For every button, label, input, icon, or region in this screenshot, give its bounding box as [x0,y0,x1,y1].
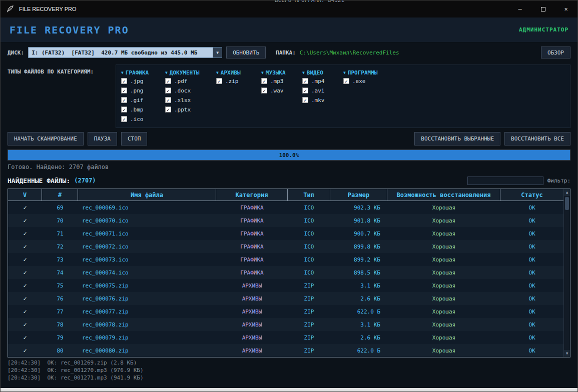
category-header[interactable]: ▼МУЗЫКА [261,68,302,78]
extension-checkbox-item[interactable]: ✓.mp3 [261,78,302,84]
filter-input[interactable] [467,176,543,185]
extension-checkbox-item[interactable]: ✓.avi [302,87,343,94]
category-column: ▼ДОКУМЕНТЫ✓.pdf✓.docx✓.xlsx✓.pptx [165,68,216,125]
checkbox-checked-icon[interactable]: ✓ [121,78,127,84]
row-checkbox[interactable]: ✓ [8,331,42,344]
row-checkbox[interactable]: ✓ [8,214,42,227]
row-checkbox[interactable]: ✓ [8,227,42,240]
row-checkbox[interactable]: ✓ [8,253,42,266]
checkbox-checked-icon[interactable]: ✓ [165,78,171,84]
category-header[interactable]: ▼ДОКУМЕНТЫ [165,68,216,78]
table-row[interactable]: ✓74rec_000074.icoГРАФИКАICO898.5 КБХорош… [8,266,563,279]
app-window: ВСЕГО ПРОГРАММ: 84321 FILE RECOVERY PRO … [0,0,578,392]
refresh-button[interactable]: ОБНОВИТЬ [226,46,266,58]
cell-filename: rec_000073.ico [78,253,216,266]
table-row[interactable]: ✓70rec_000070.icoГРАФИКАICO901.8 КБХорош… [8,214,563,227]
progress-fill: 100.0% [8,150,570,160]
extension-checkbox-item[interactable]: ✓.exe [343,78,398,84]
row-checkbox[interactable]: ✓ [8,344,42,357]
status-text: Готово. Найдено: 2707 файлов [8,164,570,170]
chevron-down-icon[interactable]: ▼ [213,48,222,58]
checkbox-checked-icon[interactable]: ✓ [121,116,127,122]
extension-checkbox-item[interactable]: ✓.pptx [165,106,216,113]
extension-checkbox-item[interactable]: ✓.bmp [121,106,165,113]
start-scan-button[interactable]: НАЧАТЬ СКАНИРОВАНИЕ [8,132,84,146]
minimize-button[interactable]: — [508,0,531,18]
checkbox-checked-icon[interactable]: ✓ [121,106,127,112]
scroll-down-icon[interactable]: ▼ [564,350,570,357]
column-header[interactable]: Имя файла [78,189,216,201]
extension-checkbox-item[interactable]: ✓.docx [165,87,216,94]
cell-category: АРХИВЫ [216,305,288,318]
table-row[interactable]: ✓80rec_000080.zipАРХИВЫZIP622.0 БХорошая… [8,344,563,357]
category-header[interactable]: ▼ПРОГРАММЫ [343,68,398,78]
checkbox-checked-icon[interactable]: ✓ [302,78,308,84]
extension-checkbox-item[interactable]: ✓.xlsx [165,96,216,104]
row-checkbox[interactable]: ✓ [8,266,42,279]
row-checkbox[interactable]: ✓ [8,279,42,292]
table-row[interactable]: ✓75rec_000075.zipАРХИВЫZIP3.1 КБХорошаяO… [8,279,563,292]
disk-combobox[interactable]: I: (FAT32) [FAT32] 420.7 МБ свободно из … [28,47,222,58]
checkbox-checked-icon[interactable]: ✓ [216,78,222,84]
close-button[interactable]: ✕ [554,0,577,18]
vertical-scrollbar[interactable]: ▲ ▼ [563,189,570,357]
checkbox-checked-icon[interactable]: ✓ [261,78,267,84]
scrollbar-thumb[interactable] [565,197,569,210]
table-row[interactable]: ✓76rec_000076.zipАРХИВЫZIP2.6 КБХорошаяO… [8,292,563,305]
table-row[interactable]: ✓77rec_000077.zipАРХИВЫZIP622.0 БХорошая… [8,305,563,318]
row-checkbox[interactable]: ✓ [8,305,42,318]
extension-label: .gif [130,97,144,104]
checkbox-checked-icon[interactable]: ✓ [121,97,127,103]
column-header[interactable]: Возможность восстановления [387,189,500,201]
table-row[interactable]: ✓79rec_000079.zipАРХИВЫZIP2.6 КБХорошаяO… [8,331,563,344]
extension-checkbox-item[interactable]: ✓.zip [216,78,261,84]
cell-size: 901.8 КБ [330,214,387,227]
browse-button[interactable]: ОБЗОР [541,46,570,58]
extension-checkbox-item[interactable]: ✓.jpg [121,78,165,84]
category-header[interactable]: ▼АРХИВЫ [216,68,261,78]
cell-filename: rec_000075.zip [78,279,216,292]
table-row[interactable]: ✓72rec_000072.icoГРАФИКАICO899.8 КБХорош… [8,240,563,253]
checkbox-checked-icon[interactable]: ✓ [302,88,308,94]
category-header[interactable]: ▼ГРАФИКА [121,68,165,78]
stop-button[interactable]: СТОП [121,132,148,146]
checkbox-checked-icon[interactable]: ✓ [343,78,349,84]
extension-checkbox-item[interactable]: ✓.wav [261,87,302,94]
column-header[interactable]: Размер [330,189,387,201]
pause-button[interactable]: ПАУЗА [88,132,117,146]
maximize-button[interactable] [531,0,554,18]
row-checkbox[interactable]: ✓ [8,201,42,214]
extension-checkbox-item[interactable]: ✓.mkv [302,96,343,104]
extension-checkbox-item[interactable]: ✓.pdf [165,78,216,84]
category-header[interactable]: ▼ВИДЕО [302,68,343,78]
extension-label: .pdf [174,78,188,84]
extension-checkbox-item[interactable]: ✓.png [121,87,165,94]
checkbox-checked-icon[interactable]: ✓ [302,97,308,103]
progress-percent: 100.0% [279,152,299,158]
table-row[interactable]: ✓71rec_000071.icoГРАФИКАICO900.7 КБХорош… [8,227,563,240]
cell-number: 71 [42,227,78,240]
checkbox-checked-icon[interactable]: ✓ [165,88,171,94]
recover-all-button[interactable]: ВОССТАНОВИТЬ ВСЕ [504,132,570,146]
column-header[interactable]: Статус [500,189,563,201]
checkbox-checked-icon[interactable]: ✓ [165,106,171,112]
row-checkbox[interactable]: ✓ [8,240,42,253]
column-header[interactable]: Категория [216,189,288,201]
table-row[interactable]: ✓73rec_000073.icoГРАФИКАICO899.2 КБХорош… [8,253,563,266]
extension-checkbox-item[interactable]: ✓.gif [121,96,165,104]
column-header[interactable]: V [8,189,42,201]
column-header[interactable]: # [42,189,78,201]
row-checkbox[interactable]: ✓ [8,292,42,305]
recover-selected-button[interactable]: ВОССТАНОВИТЬ ВЫБРАННЫЕ [414,132,500,146]
checkbox-checked-icon[interactable]: ✓ [165,97,171,103]
extension-checkbox-item[interactable]: ✓.mp4 [302,78,343,84]
column-header[interactable]: Тип [288,189,330,201]
scroll-up-icon[interactable]: ▲ [564,189,570,196]
table-row[interactable]: ✓78rec_000078.zipАРХИВЫZIP3.1 КБХорошаяO… [8,318,563,331]
row-checkbox[interactable]: ✓ [8,318,42,331]
cell-recovery: Хорошая [387,240,500,253]
checkbox-checked-icon[interactable]: ✓ [261,88,267,94]
checkbox-checked-icon[interactable]: ✓ [121,88,127,94]
table-row[interactable]: ✓69rec_000069.icoГРАФИКАICO902.3 КБХорош… [8,201,563,214]
extension-checkbox-item[interactable]: ✓.ico [121,116,165,122]
